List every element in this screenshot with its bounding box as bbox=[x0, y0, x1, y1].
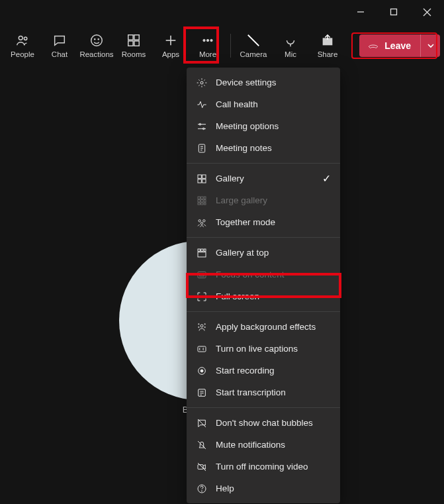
svg-rect-1 bbox=[391, 9, 397, 15]
menu-label: Start recording bbox=[216, 366, 275, 376]
focus-icon bbox=[196, 269, 208, 281]
svg-point-57 bbox=[204, 327, 205, 327]
meeting-toolbar: People Chat Reactions Rooms Apps More bbox=[0, 24, 444, 68]
svg-rect-9 bbox=[128, 35, 133, 40]
svg-point-5 bbox=[24, 37, 26, 40]
menu-device-settings[interactable]: Device settings bbox=[187, 72, 340, 93]
fullscreen-icon bbox=[196, 291, 208, 303]
rooms-icon bbox=[126, 33, 141, 48]
menu-label: Large gallery bbox=[216, 195, 267, 205]
svg-rect-40 bbox=[204, 199, 206, 201]
menu-mute-notifications[interactable]: Mute notifications bbox=[187, 434, 340, 456]
close-button[interactable] bbox=[414, 2, 440, 22]
svg-rect-48 bbox=[201, 249, 203, 251]
menu-divider bbox=[187, 407, 340, 408]
share-button[interactable]: Share bbox=[309, 26, 346, 66]
people-icon bbox=[15, 33, 30, 48]
camera-button[interactable]: Camera bbox=[235, 26, 272, 66]
menu-call-health[interactable]: Call health bbox=[187, 93, 340, 115]
rooms-button[interactable]: Rooms bbox=[115, 26, 152, 66]
bell-off-icon bbox=[196, 439, 208, 451]
camera-label: Camera bbox=[240, 50, 267, 58]
menu-incoming-video[interactable]: Turn off incoming video bbox=[187, 456, 340, 478]
toolbar-separator bbox=[230, 34, 231, 58]
svg-point-4 bbox=[19, 36, 22, 40]
menu-gallery[interactable]: Gallery bbox=[187, 168, 340, 189]
svg-rect-12 bbox=[134, 41, 139, 46]
svg-point-55 bbox=[204, 323, 205, 324]
svg-rect-31 bbox=[198, 175, 201, 178]
people-button[interactable]: People bbox=[4, 26, 41, 66]
svg-rect-41 bbox=[198, 203, 200, 205]
menu-start-transcription[interactable]: Start transcription bbox=[187, 381, 340, 403]
window-titlebar bbox=[0, 0, 444, 24]
mic-icon bbox=[283, 33, 298, 48]
menu-label: Start transcription bbox=[216, 387, 286, 397]
svg-point-17 bbox=[210, 39, 212, 41]
svg-rect-42 bbox=[201, 203, 203, 205]
help-icon bbox=[196, 483, 208, 495]
svg-point-60 bbox=[200, 370, 203, 372]
menu-meeting-options[interactable]: Meeting options bbox=[187, 115, 340, 137]
menu-focus-on-content: Focus on content bbox=[187, 264, 340, 285]
svg-rect-37 bbox=[204, 197, 206, 199]
menu-label: Mute notifications bbox=[216, 440, 285, 450]
more-button[interactable]: More bbox=[189, 26, 226, 66]
svg-rect-35 bbox=[198, 197, 200, 199]
camera-off-icon bbox=[246, 33, 261, 48]
together-mode-icon bbox=[196, 217, 208, 228]
menu-chat-bubbles[interactable]: Don't show chat bubbles bbox=[187, 412, 340, 434]
svg-point-6 bbox=[91, 35, 103, 46]
notes-icon bbox=[196, 142, 208, 154]
menu-together-mode[interactable]: Together mode bbox=[187, 211, 340, 233]
menu-label: Apply background effects bbox=[216, 322, 316, 332]
menu-label: Don't show chat bubbles bbox=[216, 418, 313, 428]
share-icon bbox=[320, 33, 335, 48]
menu-background-effects[interactable]: Apply background effects bbox=[187, 316, 340, 338]
captions-icon bbox=[196, 343, 208, 355]
menu-label: Focus on content bbox=[216, 270, 285, 279]
svg-rect-38 bbox=[198, 199, 200, 201]
svg-point-15 bbox=[203, 39, 205, 41]
leave-label: Leave bbox=[384, 40, 411, 51]
minimize-button[interactable] bbox=[347, 2, 374, 22]
svg-point-16 bbox=[206, 39, 208, 41]
apps-label: Apps bbox=[162, 50, 179, 58]
svg-rect-50 bbox=[198, 252, 206, 256]
svg-point-70 bbox=[202, 490, 202, 491]
svg-point-46 bbox=[200, 222, 202, 224]
leave-button[interactable]: Leave bbox=[359, 34, 420, 57]
menu-divider bbox=[187, 237, 340, 238]
svg-rect-36 bbox=[201, 197, 203, 199]
gallery-top-icon bbox=[196, 247, 208, 259]
more-icon bbox=[200, 33, 215, 48]
leave-dropdown-button[interactable] bbox=[420, 34, 440, 57]
menu-label: Device settings bbox=[216, 77, 277, 87]
mic-button[interactable]: Mic bbox=[272, 26, 309, 66]
menu-live-captions[interactable]: Turn on live captions bbox=[187, 338, 340, 360]
reactions-button[interactable]: Reactions bbox=[78, 26, 115, 66]
menu-divider bbox=[187, 163, 340, 164]
large-gallery-icon bbox=[196, 195, 208, 207]
reactions-label: Reactions bbox=[79, 50, 113, 58]
svg-point-8 bbox=[98, 39, 99, 40]
chat-button[interactable]: Chat bbox=[41, 26, 78, 66]
svg-line-18 bbox=[248, 35, 259, 46]
menu-label: Gallery bbox=[216, 174, 244, 183]
menu-label: Help bbox=[216, 483, 234, 493]
apps-button[interactable]: Apps bbox=[152, 26, 189, 66]
menu-label: Meeting notes bbox=[216, 143, 272, 153]
menu-label: Meeting options bbox=[216, 121, 279, 131]
menu-gallery-at-top[interactable]: Gallery at top bbox=[187, 242, 340, 264]
maximize-button[interactable] bbox=[380, 2, 407, 22]
reactions-icon bbox=[89, 33, 104, 48]
menu-full-screen[interactable]: Full screen bbox=[187, 285, 340, 307]
menu-start-recording[interactable]: Start recording bbox=[187, 360, 340, 381]
mic-label: Mic bbox=[285, 50, 296, 58]
menu-label: Gallery at top bbox=[216, 248, 269, 258]
svg-rect-49 bbox=[204, 249, 206, 251]
chat-icon bbox=[52, 33, 67, 48]
menu-help[interactable]: Help bbox=[187, 478, 340, 499]
menu-meeting-notes[interactable]: Meeting notes bbox=[187, 137, 340, 159]
background-icon bbox=[196, 321, 208, 333]
